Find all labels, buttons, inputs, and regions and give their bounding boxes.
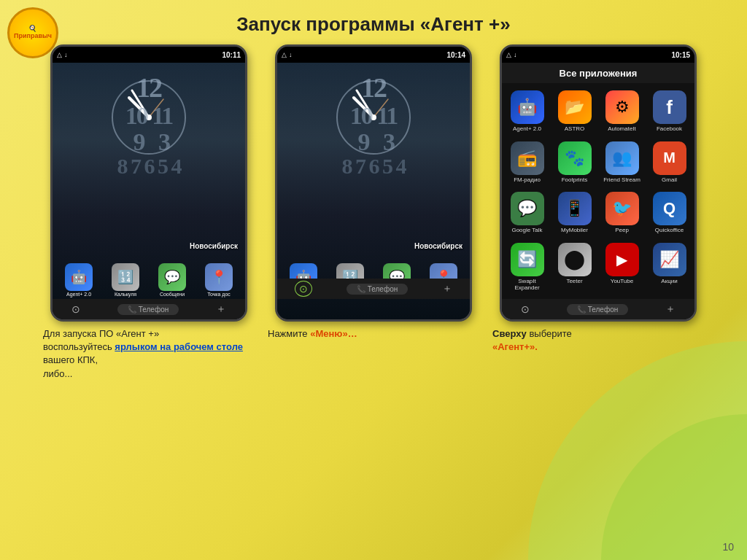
app-item-quickoffice: Q Quickoffice bbox=[647, 189, 692, 237]
phone1-dock-calc-label: Калькуля bbox=[115, 292, 136, 297]
app-label-talk: Google Talk bbox=[511, 227, 542, 234]
app-item-swapit: 🔄 SwapIt Expander bbox=[505, 240, 549, 295]
phone1-time: 10:11 bbox=[222, 51, 241, 59]
phone3-wifi-icon: ↓ bbox=[514, 51, 517, 58]
phone1-clock-screen: 12 10 11 9 3 8 7 6 5 4 Новосибирск 🤖 Age… bbox=[53, 63, 245, 319]
phone2-phone-label: Телефон bbox=[368, 285, 398, 293]
phone2-clock-digits: 12 10 11 9 3 8 7 6 5 4 bbox=[277, 74, 470, 178]
phone2-status-icons: △ ↓ bbox=[282, 51, 293, 58]
app-label-teeter: Teeter bbox=[566, 278, 582, 285]
phone1-clock-digits: 12 10 11 9 3 8 7 6 5 4 bbox=[53, 74, 245, 178]
app-item-mymobile: 📱 MyMobiler bbox=[552, 189, 597, 237]
phone1-navbar: ⊙ 📞 Телефон ＋ bbox=[53, 299, 245, 319]
caption1-link: ярлыком на рабочем столе bbox=[115, 341, 243, 352]
app-label-mymobile: MyMobiler bbox=[561, 227, 588, 234]
app-label-gmail: Gmail bbox=[662, 176, 677, 184]
phone3-back-btn: ⊙ bbox=[521, 303, 530, 315]
app-label-facebook: Facebook bbox=[657, 125, 682, 133]
app-item-fmradio: 📻 FM-радио bbox=[505, 139, 549, 187]
slide-title: Запуск программы «Агент +» bbox=[0, 0, 747, 36]
phone1-back-btn: ⊙ bbox=[71, 303, 80, 315]
app-item-automate: ⚙ AutomateIt bbox=[600, 88, 644, 136]
phone1-dock-msg: 💬 Сообщени bbox=[153, 261, 191, 299]
app-icon-fmradio: 📻 bbox=[511, 141, 544, 175]
phone1-phone-label: Телефон bbox=[139, 306, 169, 314]
phone1-signal-icon: △ bbox=[57, 51, 62, 58]
phone1-dock-map-label: Точка дос bbox=[207, 292, 231, 297]
app-item-footprints: 🐾 Footprints bbox=[552, 139, 597, 187]
phones-area: △ ↓ 10:11 bbox=[0, 44, 747, 322]
phone2-back-btn: ⊙ bbox=[295, 281, 312, 297]
app-label-youtube: YouTube bbox=[611, 278, 633, 285]
phone2-navbar: ⊙ 📞 Телефон ＋ bbox=[277, 279, 470, 299]
app-label-aktsii: Акции bbox=[661, 278, 677, 285]
app-item-astro: 📂 ASTRO bbox=[552, 88, 597, 136]
app-icon-teeter: ⬤ bbox=[558, 243, 592, 276]
app-icon-footprints: 🐾 bbox=[558, 141, 592, 175]
phone3-phone-icon: 📞 bbox=[577, 306, 586, 314]
phone-2-section: △ ↓ 10:14 bbox=[268, 44, 479, 322]
app-item-friend: 👥 Friend Stream bbox=[600, 139, 644, 187]
app-icon-peep: 🐦 bbox=[605, 192, 639, 225]
phone2-clock-screen: 12 10 11 9 3 8 7 6 5 4 Новосибирск 🤖 Age… bbox=[277, 63, 470, 319]
phone1-phone-btn: 📞 Телефон bbox=[117, 304, 179, 315]
app-label-swapit: SwapIt Expander bbox=[506, 278, 548, 292]
app-label-fmradio: FM-радио bbox=[514, 176, 541, 184]
app-item-aktsii: 📈 Акции bbox=[647, 240, 692, 295]
caption1-text4: либо... bbox=[43, 368, 72, 379]
app-icon-gmail: M bbox=[653, 141, 686, 175]
app-item-youtube: ▶ YouTube bbox=[600, 240, 644, 295]
phone3-app-grid: 🤖 Agent+ 2.0 📂 ASTRO ⚙ AutomateIt f Face… bbox=[502, 83, 694, 299]
app-icon-mymobile: 📱 bbox=[558, 192, 592, 225]
app-label-automate: AutomateIt bbox=[608, 125, 636, 133]
msg-icon: 💬 bbox=[158, 263, 186, 291]
caption-1: Для запуска ПО «Агент +» воспользуйтесь … bbox=[43, 327, 255, 381]
phone-1-section: △ ↓ 10:11 bbox=[43, 44, 255, 322]
phone1-wifi-icon: ↓ bbox=[64, 51, 68, 58]
caption3-bold: Сверху bbox=[492, 328, 527, 339]
app-icon-astro: 📂 bbox=[558, 90, 592, 124]
calc-icon: 🔢 bbox=[112, 263, 139, 291]
caption1-text3: вашего КПК, bbox=[43, 354, 98, 365]
phone3-apps-title: Все приложения bbox=[560, 68, 638, 79]
phone-3-section: △ ↓ 10:15 Все приложения 🤖 Agent+ 2.0 bbox=[492, 44, 704, 322]
phone-3-frame: △ ↓ 10:15 Все приложения 🤖 Agent+ 2.0 bbox=[500, 44, 697, 322]
phone3-status-bar: △ ↓ 10:15 bbox=[502, 47, 694, 63]
caption-2: Нажмите «Меню»… bbox=[268, 327, 479, 381]
app-item-facebook: f Facebook bbox=[647, 88, 692, 136]
app-label-astro: ASTRO bbox=[565, 125, 585, 133]
app-icon-swapit: 🔄 bbox=[511, 243, 544, 276]
phone3-app-header: Все приложения bbox=[502, 63, 694, 83]
phone1-status-bar: △ ↓ 10:11 bbox=[53, 47, 245, 63]
caption2-highlight: «Меню»… bbox=[310, 328, 357, 339]
phone3-phone-label: Телефон bbox=[588, 306, 618, 314]
logo-text: 🍳Приправыч bbox=[14, 26, 52, 40]
caption1-text2: воспользуйтесь bbox=[43, 341, 115, 352]
phone1-dock-agent: 🤖 Agent+ 2.0 bbox=[60, 261, 98, 299]
phone2-phone-btn: 📞 Телефон bbox=[347, 284, 408, 295]
app-item-teeter: ⬤ Teeter bbox=[552, 240, 597, 295]
app-icon-agent: 🤖 bbox=[511, 90, 544, 124]
phone1-dock-msg-label: Сообщени bbox=[160, 292, 185, 297]
app-item-agent: 🤖 Agent+ 2.0 bbox=[505, 88, 549, 136]
phone1-city: Новосибирск bbox=[190, 242, 238, 250]
app-icon-friend: 👥 bbox=[605, 141, 639, 175]
app-icon-talk: 💬 bbox=[511, 192, 544, 225]
page-number: 10 bbox=[722, 541, 734, 553]
phone3-add-btn: ＋ bbox=[665, 303, 676, 316]
map-icon: 📍 bbox=[205, 263, 233, 291]
caption3-highlight: «Агент+». bbox=[492, 341, 538, 352]
phone1-phone-icon: 📞 bbox=[128, 306, 136, 314]
phone-1-frame: △ ↓ 10:11 bbox=[50, 44, 247, 322]
phone1-add-btn: ＋ bbox=[216, 303, 226, 316]
phone3-signal-icon: △ bbox=[506, 51, 511, 58]
app-item-peep: 🐦 Peep bbox=[600, 189, 644, 237]
app-item-talk: 💬 Google Talk bbox=[505, 189, 549, 237]
phone2-wifi-icon: ↓ bbox=[289, 51, 293, 58]
caption3-text: выберите bbox=[527, 328, 572, 339]
app-icon-youtube: ▶ bbox=[605, 243, 639, 276]
phone2-add-btn: ＋ bbox=[442, 282, 452, 295]
app-icon-facebook: f bbox=[653, 90, 686, 124]
phone2-status-bar: △ ↓ 10:14 bbox=[277, 47, 470, 63]
phone3-time: 10:15 bbox=[671, 51, 690, 59]
